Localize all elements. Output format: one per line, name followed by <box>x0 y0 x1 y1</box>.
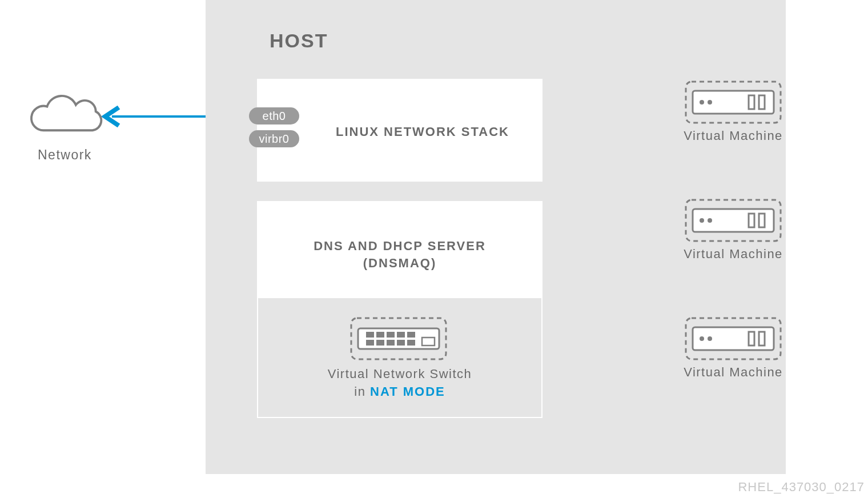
switch-line1: Virtual Network Switch <box>328 367 472 381</box>
cloud-icon <box>19 94 108 139</box>
svg-rect-16 <box>407 340 415 346</box>
svg-rect-12 <box>366 340 374 346</box>
svg-rect-14 <box>387 340 395 346</box>
virtual-switch-label: Virtual Network Switch in NAT MODE <box>257 366 542 401</box>
switch-line2-mode: NAT MODE <box>370 384 445 399</box>
switch-line2-prefix: in <box>354 384 370 399</box>
network-label: Network <box>38 147 92 163</box>
vm1-label: Virtual Machine <box>670 128 796 143</box>
svg-point-21 <box>708 100 712 105</box>
diagram-stage: HOST Network eth0 virbr0 LINUX NETWORK S… <box>0 0 868 498</box>
server-icon <box>685 81 782 124</box>
svg-point-20 <box>700 100 704 105</box>
svg-point-33 <box>708 336 712 341</box>
svg-rect-31 <box>693 327 774 350</box>
virtual-machine-2: Virtual Machine <box>670 199 796 267</box>
svg-rect-7 <box>366 332 374 338</box>
svg-rect-13 <box>376 340 384 346</box>
dns-line2: (DNSMAQ) <box>363 256 436 270</box>
svg-rect-8 <box>376 332 384 338</box>
svg-rect-11 <box>407 332 415 338</box>
svg-rect-10 <box>397 332 405 338</box>
svg-rect-15 <box>397 340 405 346</box>
dns-line1: DNS AND DHCP SERVER <box>314 239 486 253</box>
network-switch-icon <box>350 317 447 360</box>
vm3-label: Virtual Machine <box>670 365 796 380</box>
footer-reference: RHEL_437030_0217 <box>738 480 865 495</box>
eth0-tag: eth0 <box>249 107 299 124</box>
host-title: HOST <box>270 30 328 52</box>
server-icon <box>685 317 782 360</box>
svg-point-27 <box>708 218 712 223</box>
server-icon <box>685 199 782 242</box>
virtual-machine-3: Virtual Machine <box>670 317 796 385</box>
svg-point-32 <box>700 336 704 341</box>
svg-point-26 <box>700 218 704 223</box>
virtual-machine-1: Virtual Machine <box>670 81 796 149</box>
vm2-label: Virtual Machine <box>670 247 796 262</box>
svg-rect-25 <box>693 209 774 232</box>
svg-rect-19 <box>693 91 774 114</box>
svg-rect-9 <box>387 332 395 338</box>
virbr0-tag: virbr0 <box>249 130 299 147</box>
dns-dhcp-label: DNS AND DHCP SERVER (DNSMAQ) <box>257 238 542 271</box>
linux-stack-label: LINUX NETWORK STACK <box>314 124 531 139</box>
